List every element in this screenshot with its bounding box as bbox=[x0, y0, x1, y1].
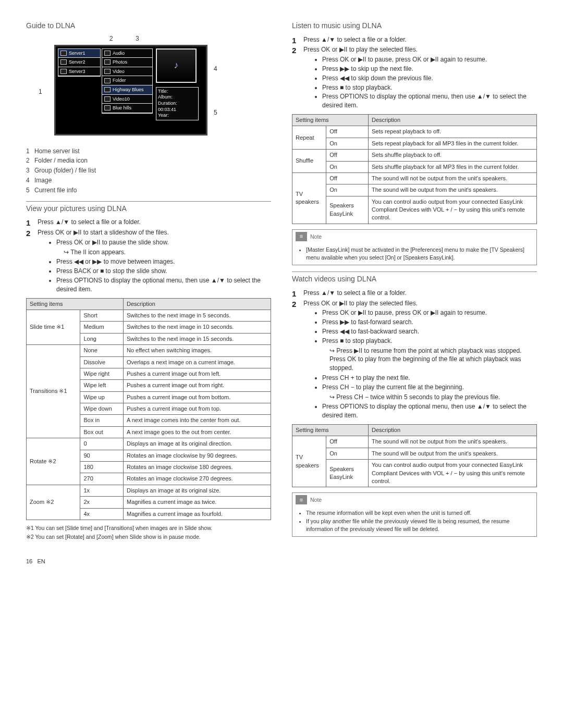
server-panel: Server1 Server2 Server3 bbox=[58, 48, 101, 77]
server-icon bbox=[60, 51, 67, 56]
video-steps: Press ▲/▼ to select a file or a folder. … bbox=[292, 289, 537, 420]
photo-icon bbox=[104, 105, 111, 110]
note-box-2: ≡Note The resume information will be kep… bbox=[292, 492, 537, 537]
folder-icon bbox=[104, 59, 111, 65]
file-info: Title: Album: Duration: 00:03:41 Year: bbox=[156, 87, 199, 120]
step-1: Press ▲/▼ to select a file or a folder. bbox=[26, 218, 271, 227]
music-settings-table: Setting itemsDescription RepeatOffSets r… bbox=[292, 114, 537, 224]
folder-icon bbox=[104, 78, 111, 83]
callout-5: 5 bbox=[214, 108, 217, 117]
note-icon: ≡ bbox=[296, 232, 307, 241]
server-icon bbox=[60, 69, 67, 74]
pictures-settings-table: Setting itemsDescription Slide time ※1Sh… bbox=[26, 298, 271, 520]
heading-watch-videos: Watch videos using DLNA bbox=[292, 272, 537, 285]
dlna-diagram: 1 2 3 4 5 Server1 Server2 Server3 Audio … bbox=[42, 35, 229, 140]
callout-2: 2 bbox=[109, 34, 113, 43]
right-column: Listen to music using DLNA Press ▲/▼ to … bbox=[292, 21, 537, 542]
callout-3: 3 bbox=[136, 34, 139, 43]
server-3: Server3 bbox=[69, 68, 85, 75]
server-icon bbox=[60, 59, 67, 65]
note-box-1: ≡Note [Master EasyLink] must be activate… bbox=[292, 229, 537, 265]
server-2: Server2 bbox=[69, 59, 85, 66]
heading-guide-dlna: Guide to DLNA bbox=[26, 21, 271, 31]
tv-screen: Server1 Server2 Server3 Audio Photos Vid… bbox=[54, 45, 207, 135]
diagram-legend: 1Home server list 2Folder / media icon 3… bbox=[26, 147, 271, 195]
folder-icon bbox=[104, 51, 111, 56]
music-steps: Press ▲/▼ to select a file or a folder. … bbox=[292, 35, 537, 110]
music-icon bbox=[104, 87, 111, 92]
page-columns: Guide to DLNA 1 2 3 4 5 Server1 Server2 … bbox=[26, 21, 537, 542]
video-settings-table: Setting itemsDescription TV speakersOffT… bbox=[292, 424, 537, 487]
callout-1: 1 bbox=[39, 88, 42, 96]
view-steps: Press ▲/▼ to select a file or a folder. … bbox=[26, 218, 271, 293]
heading-listen-music: Listen to music using DLNA bbox=[292, 21, 537, 31]
footnote-2: ※2 You can set [Rotate] and [Zoom] when … bbox=[26, 533, 271, 541]
page-footer: 16 EN bbox=[26, 558, 537, 565]
step-2: Press OK or ▶II to start a slideshow of … bbox=[26, 228, 271, 294]
left-column: Guide to DLNA 1 2 3 4 5 Server1 Server2 … bbox=[26, 21, 271, 542]
heading-view-pictures: View your pictures using DLNA bbox=[26, 201, 271, 214]
folder-panel: Audio Photos Video Folder Highway Blues … bbox=[102, 48, 153, 114]
folder-icon bbox=[104, 69, 111, 74]
callout-4: 4 bbox=[214, 65, 217, 73]
server-1: Server1 bbox=[69, 50, 85, 57]
video-icon bbox=[104, 96, 111, 102]
footnote-1: ※1 You can set [Slide time] and [Transit… bbox=[26, 524, 271, 532]
note-icon: ≡ bbox=[296, 495, 307, 504]
thumbnail-image: ♪ bbox=[156, 48, 197, 83]
